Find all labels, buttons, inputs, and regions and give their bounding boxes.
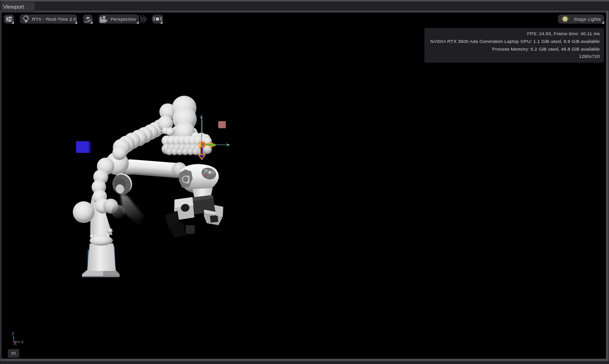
svg-text:Y: Y [21,339,24,345]
svg-text:X: X [14,341,17,346]
svg-text:Z: Z [12,331,14,336]
